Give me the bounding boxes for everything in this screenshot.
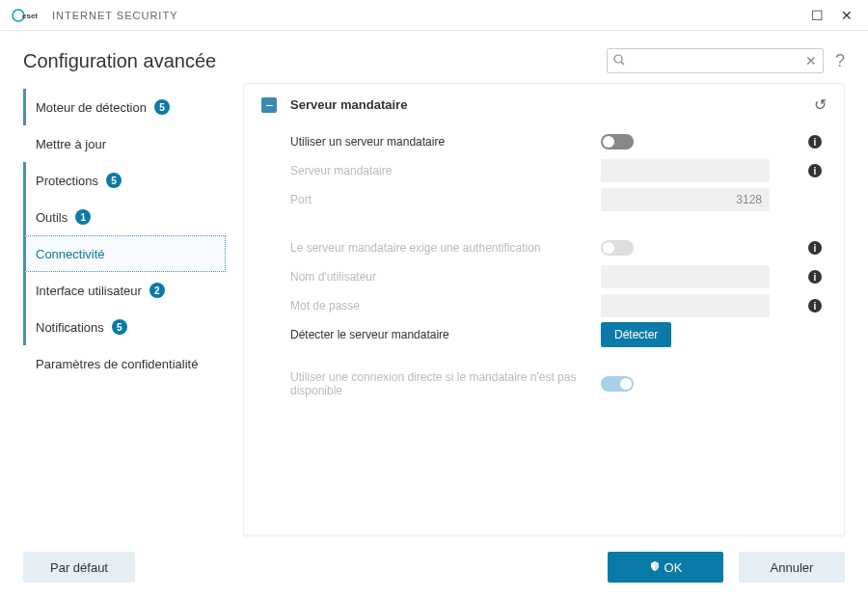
page-title: Configuration avancée xyxy=(23,50,216,72)
row-password: Mot de passe i xyxy=(261,291,827,320)
toggle-fallback xyxy=(601,376,634,392)
input-password xyxy=(601,294,770,317)
header: Configuration avancée ✕ ? xyxy=(0,31,868,83)
sidebar-item-label: Protections xyxy=(36,174,98,188)
window-controls: ☐ ✕ xyxy=(811,8,860,23)
label-password: Mot de passe xyxy=(290,299,601,313)
reset-icon[interactable]: ↺ xyxy=(814,95,827,114)
eset-logo-icon: eset xyxy=(12,9,41,22)
sidebar-badge: 5 xyxy=(106,173,122,188)
clear-search-icon[interactable]: ✕ xyxy=(805,53,817,68)
titlebar: eset INTERNET SECURITY ☐ ✕ xyxy=(0,0,868,31)
input-username xyxy=(601,265,770,288)
sidebar-item-notifications[interactable]: Notifications 5 xyxy=(23,309,226,345)
sidebar-item-label: Moteur de détection xyxy=(36,100,147,115)
sidebar-item-label: Mettre à jour xyxy=(36,137,106,151)
search-input[interactable] xyxy=(631,54,805,68)
help-icon[interactable]: ? xyxy=(835,51,845,71)
section-title: Serveur mandataire xyxy=(290,97,407,112)
sidebar-badge: 1 xyxy=(75,209,91,225)
row-auth-required: Le serveur mandataire exige une authenti… xyxy=(261,233,827,262)
search-icon xyxy=(613,54,625,68)
row-detect: Détecter le serveur mandataire Détecter xyxy=(261,320,827,349)
settings-panel: − Serveur mandataire ↺ Utiliser un serve… xyxy=(243,83,845,536)
label-port: Port xyxy=(290,193,601,206)
svg-point-2 xyxy=(614,55,622,63)
info-icon[interactable]: i xyxy=(808,299,822,313)
row-port: Port xyxy=(261,185,827,214)
row-fallback: Utiliser une connexion directe si le man… xyxy=(261,368,827,399)
row-use-proxy: Utiliser un serveur mandataire i xyxy=(261,127,827,156)
sidebar-item-interface[interactable]: Interface utilisateur 2 xyxy=(23,272,226,309)
input-port xyxy=(601,188,770,211)
info-icon[interactable]: i xyxy=(808,135,822,149)
input-proxy-server xyxy=(601,159,770,182)
shield-icon xyxy=(649,560,661,575)
sidebar-item-label: Interface utilisateur xyxy=(36,284,142,298)
svg-line-3 xyxy=(621,62,624,65)
sidebar-badge: 5 xyxy=(154,99,170,115)
app-logo: eset INTERNET SECURITY xyxy=(12,9,177,22)
svg-text:eset: eset xyxy=(22,12,38,20)
sidebar-item-label: Connectivité xyxy=(36,247,105,261)
sidebar-item-label: Notifications xyxy=(36,320,104,335)
label-proxy-server: Serveur mandataire xyxy=(290,164,601,177)
sidebar-item-connectivity[interactable]: Connectivité xyxy=(23,235,226,272)
search-box[interactable]: ✕ xyxy=(607,48,824,73)
default-button[interactable]: Par défaut xyxy=(23,552,135,583)
maximize-icon[interactable]: ☐ xyxy=(811,8,824,23)
label-detect: Détecter le serveur mandataire xyxy=(290,328,601,341)
info-icon[interactable]: i xyxy=(808,241,822,255)
sidebar-item-protections[interactable]: Protections 5 xyxy=(23,162,226,199)
label-auth-required: Le serveur mandataire exige une authenti… xyxy=(290,241,601,255)
sidebar-item-detection-engine[interactable]: Moteur de détection 5 xyxy=(23,89,226,125)
toggle-auth-required xyxy=(601,240,634,256)
label-use-proxy: Utiliser un serveur mandataire xyxy=(290,135,601,149)
section-header: − Serveur mandataire ↺ xyxy=(261,95,827,114)
detect-button[interactable]: Détecter xyxy=(601,322,671,347)
close-icon[interactable]: ✕ xyxy=(841,8,853,23)
toggle-use-proxy[interactable] xyxy=(601,134,634,150)
sidebar-item-tools[interactable]: Outils 1 xyxy=(23,199,226,235)
product-name: INTERNET SECURITY xyxy=(52,10,177,21)
sidebar-item-label: Paramètres de confidentialité xyxy=(36,357,198,371)
info-icon[interactable]: i xyxy=(808,270,822,284)
sidebar: Moteur de détection 5 Mettre à jour Prot… xyxy=(23,83,226,536)
info-icon[interactable]: i xyxy=(808,164,822,177)
ok-label: OK xyxy=(665,560,683,575)
label-fallback: Utiliser une connexion directe si le man… xyxy=(290,370,601,397)
sidebar-item-update[interactable]: Mettre à jour xyxy=(23,125,226,162)
sidebar-item-privacy[interactable]: Paramètres de confidentialité xyxy=(23,345,226,382)
label-username: Nom d'utilisateur xyxy=(290,270,601,284)
footer: Par défaut OK Annuler xyxy=(0,536,868,598)
header-tools: ✕ ? xyxy=(607,48,845,73)
sidebar-item-label: Outils xyxy=(36,210,68,225)
sidebar-badge: 2 xyxy=(149,283,165,298)
sidebar-badge: 5 xyxy=(112,319,127,335)
row-username: Nom d'utilisateur i xyxy=(261,262,827,291)
cancel-button[interactable]: Annuler xyxy=(739,552,845,583)
row-proxy-server: Serveur mandataire i xyxy=(261,156,827,185)
collapse-icon[interactable]: − xyxy=(261,97,277,113)
ok-button[interactable]: OK xyxy=(608,552,723,583)
